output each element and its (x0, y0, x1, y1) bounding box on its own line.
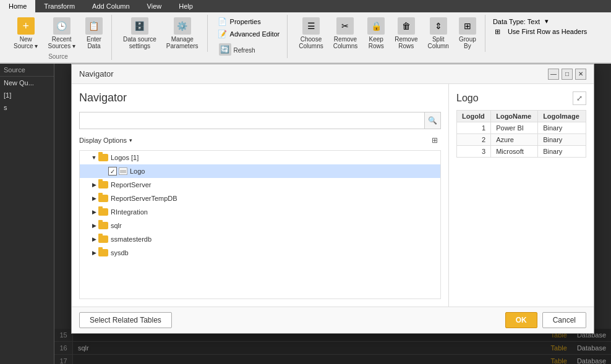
content-area: 15 Table Database 16 sqlr Table Database… (54, 64, 611, 364)
data-source-button[interactable]: 🗄️ Data sourcesettings (119, 15, 160, 52)
dialog-title: Navigator (79, 69, 114, 78)
keep-icon: 🔒 (367, 17, 385, 35)
properties-icon: 📄 (218, 17, 228, 27)
logo-label: Logo (130, 167, 438, 175)
preview-title: Logo (456, 93, 479, 104)
preview-panel: Logo ⤢ LogoId LogoName LogoImage (449, 84, 594, 307)
select-related-tables-button[interactable]: Select Related Tables (79, 312, 172, 328)
reportserver-folder-icon (98, 181, 108, 188)
reportservertempdb-folder-item[interactable]: ▶ ReportServerTempDB (80, 192, 440, 205)
ssmatesterdb-folder-item[interactable]: ▶ ssmatesterdb (80, 232, 440, 246)
cell-name-3: Microsoft (491, 146, 538, 158)
advanced-editor-label: Advanced Editor (230, 30, 280, 38)
remove-label: RemoveColumns (333, 36, 357, 49)
nav-view-icon[interactable]: ⊞ (429, 134, 441, 146)
nav-panel: Navigator 🔍 Display Options ▾ (72, 84, 449, 307)
display-options-button[interactable]: Display Options ▾ (79, 137, 132, 144)
refresh-button[interactable]: 🔄 Refresh (215, 41, 283, 58)
dialog-footer: Select Related Tables OK Cancel (72, 307, 594, 333)
ribbon: Home Transform Add Column View Help + Ne… (0, 0, 611, 64)
sysdb-folder-item[interactable]: ▶ sysdb (80, 246, 440, 260)
source-group-label: Source (48, 53, 68, 60)
ok-button[interactable]: OK (505, 312, 537, 328)
cell-id-2: 2 (457, 134, 491, 146)
logo-table-item[interactable]: ✓ Logo (80, 164, 440, 178)
search-icon[interactable]: 🔍 (424, 112, 440, 129)
minimize-button[interactable]: — (548, 69, 559, 80)
navigator-dialog: Navigator — □ ✕ Navigator (71, 64, 594, 334)
recent-sources-label: RecentSources ▾ (48, 36, 75, 49)
rintegration-expander: ▶ (90, 208, 98, 216)
reportserver-folder-item[interactable]: ▶ ReportServer (80, 178, 440, 192)
advanced-editor-icon: 📝 (218, 29, 228, 39)
ribbon-group-datasource: 🗄️ Data sourcesettings ⚙️ ManageParamete… (114, 15, 208, 52)
ribbon-group-items-new: + NewSource ▾ 🕒 RecentSources ▾ 📋 EnterD… (10, 15, 106, 52)
properties-button[interactable]: 📄 Properties (215, 16, 283, 27)
choose-label: ChooseColumns (299, 36, 323, 49)
reportservertempdb-folder-icon (98, 195, 108, 202)
recent-sources-button[interactable]: 🕒 RecentSources ▾ (44, 15, 79, 52)
sysdb-label: sysdb (111, 249, 438, 256)
main-area: Source New Qu... [1] s 15 Table Database… (0, 64, 611, 364)
preview-expand-icon[interactable]: ⤢ (573, 91, 586, 105)
ribbon-group-new: + NewSource ▾ 🕒 RecentSources ▾ 📋 EnterD… (5, 15, 112, 60)
reportserver-expander: ▶ (90, 180, 98, 189)
data-type-arrow: ▾ (545, 17, 549, 25)
sqlr-folder-item[interactable]: ▶ sqlr (80, 219, 440, 232)
remove-rows-button[interactable]: 🗑 RemoveRows (391, 15, 421, 52)
sidebar-item-s[interactable]: s (0, 101, 54, 114)
col-header-logoname: LogoName (491, 111, 538, 122)
first-row-row: ⊞ Use First Row as Headers (493, 27, 587, 36)
ribbon-group-items-props: 📄 Properties 📝 Advanced Editor 🔄 Refresh (215, 15, 283, 58)
data-type-label: Data Type: Text (493, 18, 540, 25)
sysdb-expander: ▶ (90, 248, 98, 257)
rintegration-folder-item[interactable]: ▶ RIntegration (80, 205, 440, 219)
manage-button[interactable]: ⚙️ ManageParameters (163, 15, 202, 52)
tree-container[interactable]: ▼ Logos [1] ✓ (79, 150, 441, 299)
ssmatesterdb-label: ssmatesterdb (111, 235, 438, 243)
advanced-editor-button[interactable]: 📝 Advanced Editor (215, 28, 283, 40)
choose-button[interactable]: ☰ ChooseColumns (295, 15, 327, 52)
search-box: 🔍 (79, 112, 441, 129)
enter-data-icon: 📋 (85, 17, 103, 35)
cell-image-2: Binary (538, 134, 586, 146)
remove-button[interactable]: ✂ RemoveColumns (330, 15, 361, 52)
remove-rows-label: RemoveRows (395, 36, 417, 49)
enter-data-button[interactable]: 📋 EnterData (82, 15, 106, 52)
sysdb-folder-icon (98, 249, 108, 256)
data-source-label: Data sourcesettings (123, 36, 156, 49)
split-button[interactable]: ⇕ SplitColumn (424, 15, 452, 52)
group-button[interactable]: ⊞ GroupBy (455, 15, 480, 52)
refresh-icon: 🔄 (219, 43, 231, 56)
cell-id-3: 3 (457, 146, 491, 158)
col-header-logoid: LogoId (457, 111, 491, 122)
dialog-titlebar: Navigator — □ ✕ (72, 64, 594, 84)
tab-add-column[interactable]: Add Column (83, 0, 139, 12)
tab-help[interactable]: Help (170, 0, 202, 12)
logos-folder-icon (98, 154, 108, 161)
cell-image-3: Binary (538, 146, 586, 158)
tab-home[interactable]: Home (0, 0, 35, 12)
logo-checkbox[interactable]: ✓ (108, 167, 117, 176)
group-label: GroupBy (459, 36, 476, 49)
sqlr-folder-icon (98, 222, 108, 229)
search-input[interactable] (80, 112, 424, 129)
display-options-label: Display Options (79, 137, 127, 144)
sidebar-item-query[interactable]: [1] (0, 89, 54, 101)
nav-options-row: Display Options ▾ ⊞ (79, 134, 441, 146)
cell-name-1: Power BI (491, 122, 538, 134)
keep-button[interactable]: 🔒 KeepRows (364, 15, 388, 52)
cancel-button[interactable]: Cancel (542, 312, 586, 328)
ribbon-body: + NewSource ▾ 🕒 RecentSources ▾ 📋 EnterD… (0, 12, 611, 63)
close-button[interactable]: ✕ (575, 69, 586, 80)
maximize-button[interactable]: □ (562, 69, 573, 80)
logos-folder-item[interactable]: ▼ Logos [1] (80, 151, 440, 164)
cell-image-1: Binary (538, 122, 586, 134)
keep-label: KeepRows (369, 36, 384, 49)
tab-transform[interactable]: Transform (35, 0, 83, 12)
data-source-icon: 🗄️ (131, 17, 148, 35)
tab-view[interactable]: View (139, 0, 171, 12)
remove-rows-icon: 🗑 (398, 17, 415, 35)
sidebar-item-newquery[interactable]: New Qu... (0, 77, 54, 89)
new-source-button[interactable]: + NewSource ▾ (10, 15, 41, 52)
